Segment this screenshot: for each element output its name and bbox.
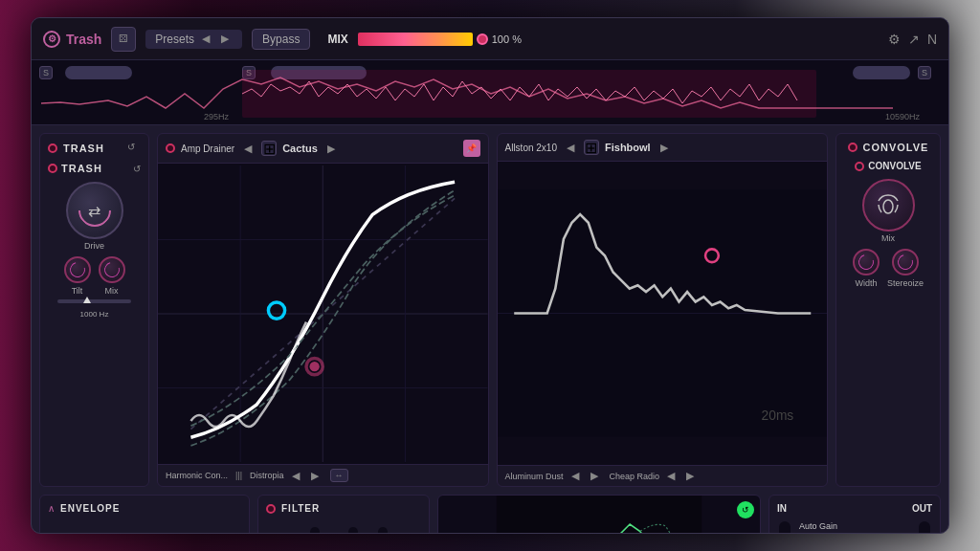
dist-footer-next[interactable]: ▶	[307, 470, 323, 482]
drive-knob[interactable]: ⇄	[66, 182, 123, 239]
ir-grid-icon[interactable]: ⊞	[584, 140, 599, 155]
transfer-curve-svg	[158, 164, 488, 464]
ir-footer-prev[interactable]: ◀	[568, 470, 583, 482]
ir-next-button[interactable]: ▶	[657, 142, 672, 154]
trash-label: TRASH	[61, 163, 102, 174]
convolve-title: CONVOLVE	[863, 142, 929, 153]
frequency-track[interactable]	[310, 527, 320, 533]
filter-header: FILTER	[266, 503, 421, 514]
dist-footer-prev[interactable]: ◀	[288, 470, 303, 482]
share-icon[interactable]: ↗	[908, 32, 920, 47]
distortion-panel: Amp Drainer ◀ ⊞ Cactus ▶ 📌	[157, 133, 489, 487]
in-gain-slider[interactable]	[779, 521, 791, 533]
mix-knob[interactable]	[99, 256, 125, 283]
trash-header: TRASH ↺	[48, 142, 141, 155]
envelope-title: ENVELOPE	[60, 503, 120, 514]
dist-footer-icon[interactable]: |||	[235, 471, 242, 480]
ir-content: 20ms	[498, 162, 828, 465]
header-icons: ⚙ ↗ N	[888, 32, 937, 47]
gear-icon: ⚙	[43, 31, 60, 48]
convolve-label: CONVOLVE	[868, 161, 921, 171]
small-knobs: Tilt Mix	[48, 256, 141, 296]
conv-mix-knob[interactable]	[862, 179, 915, 231]
convolve-header2: CONVOLVE	[855, 161, 921, 171]
convolve-on-indicator[interactable]	[855, 162, 864, 171]
refresh-button[interactable]: ↺	[737, 501, 754, 518]
in-out-content: Gain Auto Gain On Off Limiter	[777, 521, 932, 533]
dist-footer2: Distropia	[250, 471, 284, 480]
trash-indicator[interactable]	[48, 143, 57, 153]
out-gain-slider[interactable]	[919, 521, 930, 533]
convolve-header: CONVOLVE	[848, 142, 929, 153]
drive-label: Drive	[84, 241, 104, 251]
mix-meter: 100 %	[358, 33, 879, 46]
freq-high: 10590Hz	[885, 112, 920, 121]
trash-on-indicator[interactable]	[48, 164, 57, 173]
stereoize-container: Stereoize	[887, 249, 924, 288]
convolve-panel: CONVOLVE CONVOLVE Mix	[835, 133, 941, 487]
ir-waveform-svg: 20ms	[498, 162, 828, 465]
trash-reset-button[interactable]: ↺	[127, 142, 141, 155]
dist-prev-button[interactable]: ◀	[240, 143, 256, 155]
ir-footer1: Aluminum Dust	[505, 472, 564, 481]
pin-button[interactable]: 📌	[463, 140, 480, 157]
tilt-container: Tilt	[64, 256, 91, 296]
dist-grid-icon[interactable]: ⊞	[261, 141, 277, 156]
dist-module2-label: Cactus	[282, 143, 318, 154]
envelope-sliders: Modulation Attack Release	[48, 519, 241, 533]
heat-slider-item: Heat	[374, 527, 390, 533]
out-label: OUT	[912, 503, 932, 514]
mix-percent: 100 %	[492, 33, 522, 45]
tilt-knob[interactable]	[64, 256, 91, 283]
expand-button[interactable]: ↔	[330, 469, 348, 482]
dist-footer: Harmonic Con... ||| Distropia ◀ ▶ ↔	[158, 464, 488, 486]
drive-icon: ⇄	[88, 202, 100, 220]
ir-prev-button[interactable]: ◀	[563, 142, 578, 154]
mix-container: Mix	[99, 256, 125, 296]
ni-logo: N	[927, 32, 937, 47]
ir-footer-next[interactable]: ▶	[587, 470, 602, 482]
settings-icon[interactable]: ⚙	[888, 32, 901, 47]
viz-svg	[438, 496, 760, 533]
in-out-panel: IN OUT Gain Auto Gain	[768, 495, 941, 533]
waveform-bar: S S S 295Hz 10590Hz	[32, 60, 948, 125]
stereoize-knob[interactable]	[892, 249, 919, 276]
ir-footer2-next[interactable]: ▶	[682, 470, 698, 482]
trash-reset2[interactable]: ↺	[133, 164, 141, 174]
ir-footer2: Cheap Radio	[610, 472, 660, 481]
dist-indicator[interactable]	[166, 143, 175, 153]
bypass-button[interactable]: Bypass	[252, 29, 310, 50]
freq-slider-area: 1000 Hz	[48, 299, 141, 320]
scream-slider-item: Scream	[341, 527, 368, 533]
main-content: TRASH ↺ TRASH ↺ ⇄ Drive	[32, 125, 948, 533]
filter-panel: FILTER Frequency Scream	[257, 495, 430, 533]
frequency-slider-item: Frequency	[297, 527, 333, 533]
width-knob[interactable]	[853, 249, 880, 276]
dist-next-button[interactable]: ▶	[323, 143, 339, 155]
top-section: TRASH ↺ TRASH ↺ ⇄ Drive	[32, 125, 948, 495]
ir-footer2-prev[interactable]: ◀	[663, 470, 679, 482]
header-bar: ⚙ Trash ⚄ Presets ◀ ▶ Bypass MIX 100 % ⚙…	[32, 18, 948, 60]
drive-knob-container: ⇄ Drive	[48, 182, 141, 251]
waveform-svg	[32, 60, 948, 124]
filter-indicator[interactable]	[266, 504, 276, 514]
convolve-indicator[interactable]	[848, 143, 858, 152]
ir-panel: Allston 2x10 ◀ ⊞ Fishbowl ▶	[497, 133, 829, 487]
trash-panel: TRASH ↺ TRASH ↺ ⇄ Drive	[39, 133, 149, 487]
next-preset-button[interactable]: ▶	[217, 33, 233, 45]
presets-area[interactable]: Presets ◀ ▶	[145, 30, 242, 49]
freq-slider[interactable]	[57, 299, 132, 303]
in-label: IN	[777, 503, 787, 514]
dice-button[interactable]: ⚄	[111, 27, 136, 52]
ir-module2-label: Fishbowl	[605, 142, 651, 153]
conv-knob-icon	[874, 191, 902, 220]
scream-track[interactable]	[348, 527, 358, 533]
viz-panel: ↺ 1504Hz	[437, 495, 761, 533]
heat-track[interactable]	[378, 527, 388, 533]
envelope-header: ∧ ENVELOPE	[48, 503, 241, 514]
conv-mix-knob-container: Mix	[862, 179, 915, 243]
auto-gain-label: Auto Gain	[799, 521, 910, 531]
svg-rect-0	[242, 70, 816, 118]
prev-preset-button[interactable]: ◀	[198, 33, 213, 45]
mix-knob-label: Mix	[105, 286, 119, 296]
